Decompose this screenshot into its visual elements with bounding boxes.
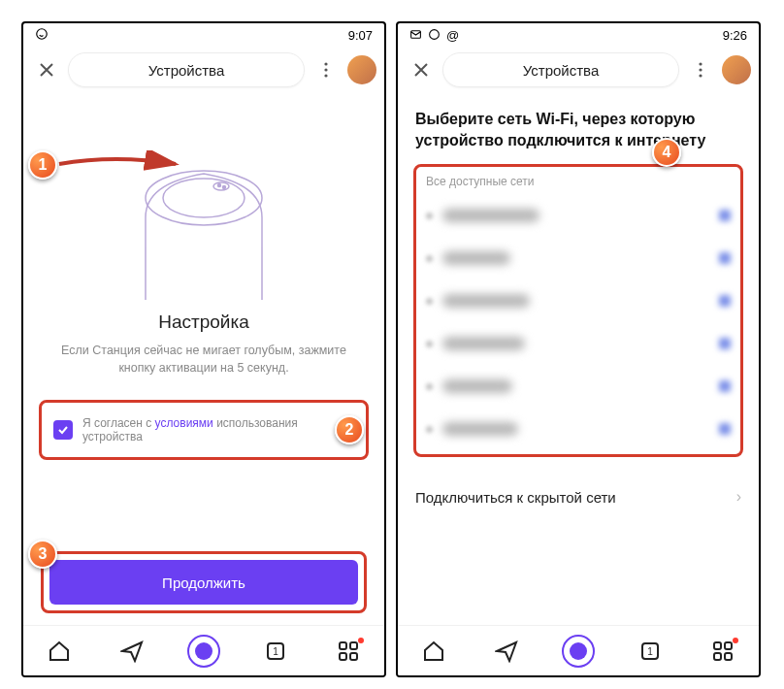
svg-point-2 (324, 68, 327, 71)
wifi-subheading: Все доступные сети (426, 175, 731, 188)
annotation-marker-1: 1 (28, 150, 57, 180)
svg-rect-24 (714, 653, 721, 660)
page-title: Устройства (442, 52, 679, 87)
close-button[interactable] (406, 54, 437, 85)
phone-screen-wifi: @ 9:26 Устройства Выберите сеть Wi-Fi, ч… (396, 21, 761, 677)
chevron-right-icon: › (736, 488, 741, 506)
svg-rect-25 (725, 653, 732, 660)
avatar[interactable] (347, 55, 376, 84)
top-bar: Устройства (398, 47, 759, 93)
status-left-icons: @ (409, 28, 459, 43)
terms-row[interactable]: Я согласен с условиями использования уст… (53, 416, 354, 443)
nav-alice-icon[interactable] (559, 632, 598, 671)
nav-tabs-icon[interactable]: 1 (256, 632, 295, 671)
nav-tabs-icon[interactable]: 1 (631, 632, 670, 671)
content-area: Выберите сеть Wi-Fi, через которую устро… (398, 93, 759, 533)
nav-services-icon[interactable] (329, 632, 368, 671)
setup-description: Если Станция сейчас не мигает голубым, з… (39, 343, 369, 377)
nav-badge (358, 638, 364, 643)
whatsapp-icon (35, 27, 49, 44)
terms-link[interactable]: условиями (155, 416, 213, 430)
bottom-nav: 1 (23, 625, 384, 675)
svg-rect-14 (350, 653, 357, 660)
nav-services-icon[interactable] (703, 632, 742, 671)
svg-rect-12 (350, 642, 357, 649)
page-title: Устройства (68, 52, 305, 87)
kebab-menu-icon[interactable] (685, 54, 716, 85)
svg-rect-22 (714, 642, 721, 649)
svg-text:1: 1 (648, 646, 654, 657)
svg-text:1: 1 (274, 646, 279, 657)
annotation-marker-4: 4 (652, 138, 681, 167)
wifi-network-row[interactable] (426, 237, 731, 279)
status-time: 9:07 (348, 28, 373, 43)
nav-send-icon[interactable] (487, 632, 526, 671)
wifi-network-row[interactable] (426, 194, 731, 237)
phone-screen-setup: 9:07 Устройства Настройка Е (21, 21, 386, 677)
wifi-heading: Выберите сеть Wi-Fi, через которую устро… (413, 105, 743, 164)
wifi-list-callout: Все доступные сети (413, 164, 743, 457)
wifi-network-row[interactable] (426, 365, 731, 408)
svg-point-17 (699, 62, 702, 65)
nav-badge (733, 638, 738, 643)
svg-point-8 (223, 186, 226, 189)
wifi-network-row[interactable] (426, 408, 731, 450)
terms-prefix: Я согласен с (82, 416, 155, 430)
continue-button[interactable]: Продолжить (49, 560, 358, 605)
svg-point-3 (324, 74, 327, 77)
whatsapp-icon (428, 28, 441, 41)
terms-callout: Я согласен с условиями использования уст… (39, 400, 369, 460)
annotation-arrow (57, 150, 183, 189)
svg-point-18 (699, 68, 702, 71)
setup-title: Настройка (39, 312, 369, 333)
annotation-marker-2: 2 (335, 415, 364, 444)
svg-point-0 (37, 28, 48, 39)
svg-rect-13 (340, 653, 346, 660)
svg-rect-23 (725, 642, 732, 649)
hidden-network-label: Подключиться к скрытой сети (415, 489, 616, 506)
terms-text: Я согласен с условиями использования уст… (82, 416, 354, 443)
svg-point-19 (699, 74, 702, 77)
bottom-nav: 1 (398, 625, 759, 675)
svg-point-1 (324, 62, 327, 65)
status-left-icons (35, 27, 49, 44)
close-button[interactable] (31, 54, 62, 85)
nav-send-icon[interactable] (113, 632, 151, 671)
wifi-network-row[interactable] (426, 322, 731, 365)
terms-checkbox[interactable] (53, 420, 73, 440)
continue-callout: Продолжить (41, 551, 367, 613)
wifi-network-row[interactable] (426, 279, 731, 322)
nav-home-icon[interactable] (40, 632, 79, 671)
svg-rect-11 (340, 642, 346, 649)
svg-point-7 (218, 184, 221, 187)
nav-alice-icon[interactable] (184, 632, 223, 671)
status-bar: 9:07 (23, 23, 384, 47)
svg-point-16 (430, 29, 440, 39)
nav-home-icon[interactable] (414, 632, 453, 671)
wifi-list (426, 194, 731, 450)
mail-icon (409, 28, 422, 41)
hidden-network-button[interactable]: Подключиться к скрытой сети › (413, 473, 743, 521)
annotation-marker-3: 3 (28, 540, 57, 569)
avatar[interactable] (722, 55, 751, 84)
status-bar: @ 9:26 (398, 23, 759, 47)
at-icon: @ (446, 28, 459, 43)
kebab-menu-icon[interactable] (310, 54, 342, 85)
status-time: 9:26 (723, 28, 747, 43)
top-bar: Устройства (23, 47, 384, 93)
